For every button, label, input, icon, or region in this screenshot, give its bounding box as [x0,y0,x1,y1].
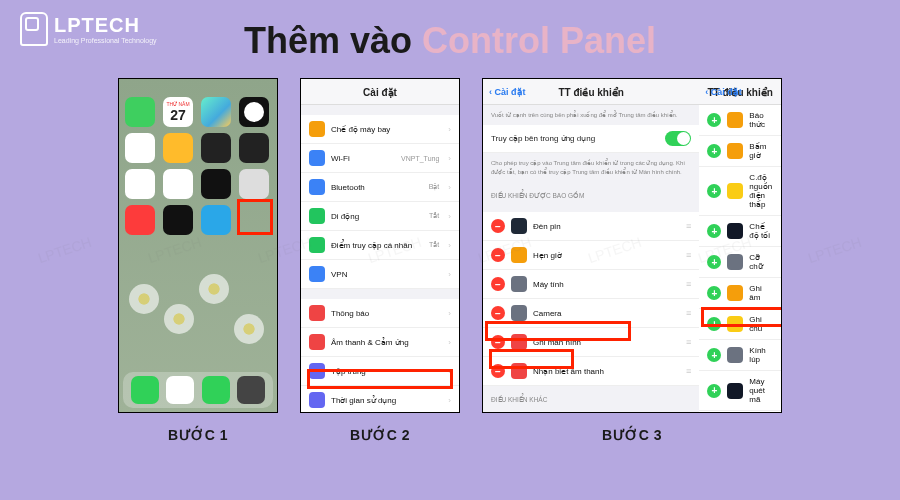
step1-label: BƯỚC 1 [168,427,228,443]
back-button-r[interactable]: ‹ Cài đặt [705,87,742,97]
app-news[interactable] [125,205,155,235]
row-icon [309,392,325,408]
settings-row[interactable]: +Máy quét mã [699,371,781,411]
app-maps[interactable] [201,97,231,127]
row-label: VPN [331,270,442,279]
reorder-icon[interactable]: ≡ [686,308,691,318]
settings-row[interactable]: −Hẹn giờ≡ [483,241,699,270]
step3-label: BƯỚC 3 [602,427,662,443]
row-label: Di động [331,212,423,221]
brand-name: LPTECH [54,14,157,37]
title-part1: Thêm vào [244,20,422,61]
row-label: Thông báo [331,309,442,318]
app-translate[interactable] [239,133,269,163]
app-facetime[interactable] [125,97,155,127]
add-icon[interactable]: + [707,113,721,127]
settings-row[interactable]: BluetoothBật› [301,173,459,202]
settings-row[interactable]: +Ghi âm [699,278,781,309]
settings-row[interactable]: +Kính lúp [699,340,781,371]
add-icon[interactable]: + [707,144,721,158]
app-home[interactable] [125,169,155,199]
remove-icon[interactable]: − [491,219,505,233]
row-icon [309,121,325,137]
row-icon [727,383,743,399]
app-settings[interactable] [239,169,269,199]
row-label: Báo thức [749,111,773,129]
row-label: Hẹn giờ [533,251,680,260]
settings-row[interactable]: Điểm truy cập cá nhânTắt› [301,231,459,260]
settings-row[interactable]: Chế độ máy bay› [301,115,459,144]
logo-icon [20,12,48,46]
settings-row[interactable]: Thông báo› [301,299,459,328]
app-shazam[interactable] [201,205,231,235]
dock-safari[interactable] [166,376,194,404]
reorder-icon[interactable]: ≡ [686,279,691,289]
settings-row[interactable]: −Máy tính≡ [483,270,699,299]
step3-phone: ‹ Cài đặtTT điều khiển Vuốt từ cạnh trên… [482,78,782,413]
cc-intro: Vuốt từ cạnh trên cùng bên phải xuống để… [483,105,699,125]
back-button[interactable]: ‹ Cài đặt [489,87,526,97]
row-icon [309,208,325,224]
app-clock[interactable] [239,97,269,127]
app-stocks[interactable] [201,169,231,199]
row-label: Bấm giờ [749,142,773,160]
row-label: Ghi âm [749,284,773,302]
chevron-right-icon: › [448,183,451,192]
add-icon[interactable]: + [707,255,721,269]
step2-phone: Cài đặt Chế độ máy bay›Wi-FiVNPT_Tung›Bl… [300,78,460,413]
settings-row[interactable]: +Chế độ tối [699,216,781,247]
settings-row[interactable]: +C.độ nguồn điện thấp [699,167,781,216]
add-icon[interactable]: + [707,384,721,398]
settings-row[interactable]: +Bấm giờ [699,136,781,167]
cc-header-left: ‹ Cài đặtTT điều khiển [483,79,699,105]
app-tips[interactable] [163,133,193,163]
cc-in-app-desc: Cho phép truy cập vào Trung tâm điều khi… [483,153,699,182]
app-compass[interactable] [163,205,193,235]
chevron-right-icon: › [448,396,451,405]
row-label: Máy tính [533,280,680,289]
remove-icon[interactable]: − [491,306,505,320]
cc-header-right: ‹ Cài đặtTT điều khiển [699,79,781,105]
app-photos[interactable] [163,169,193,199]
row-icon [727,143,743,159]
app-wallet[interactable] [201,133,231,163]
settings-row[interactable]: Wi-FiVNPT_Tung› [301,144,459,173]
row-icon [309,334,325,350]
settings-row[interactable]: Âm thanh & Cảm ứng› [301,328,459,357]
highlight-settings-icon [237,199,273,235]
dock-camera[interactable] [237,376,265,404]
app-files[interactable] [125,133,155,163]
reorder-icon[interactable]: ≡ [686,221,691,231]
remove-icon[interactable]: − [491,277,505,291]
row-icon [727,183,743,199]
dock-messages[interactable] [202,376,230,404]
settings-row[interactable]: VPN› [301,260,459,289]
title-part2: Control Panel [422,20,656,61]
dock-phone[interactable] [131,376,159,404]
reorder-icon[interactable]: ≡ [686,337,691,347]
in-app-access-toggle[interactable]: Truy cập bên trong ứng dụng [483,125,699,153]
settings-row[interactable]: Thời gian sử dụng› [301,386,459,413]
settings-row[interactable]: +Nghe [699,411,781,413]
settings-row[interactable]: +Cỡ chữ [699,247,781,278]
add-icon[interactable]: + [707,184,721,198]
settings-row[interactable]: +Báo thức [699,105,781,136]
row-icon [727,347,743,363]
row-icon [511,305,527,321]
chevron-right-icon: › [448,270,451,279]
row-label: Điểm truy cập cá nhân [331,241,423,250]
reorder-icon[interactable]: ≡ [686,250,691,260]
settings-row[interactable]: −Đèn pin≡ [483,212,699,241]
wallpaper-flowers [119,244,277,374]
row-label: Chế độ máy bay [331,125,442,134]
add-icon[interactable]: + [707,348,721,362]
row-icon [309,266,325,282]
app-calendar[interactable]: THỨ NĂM27 [163,97,193,127]
remove-icon[interactable]: − [491,248,505,262]
reorder-icon[interactable]: ≡ [686,366,691,376]
add-icon[interactable]: + [707,224,721,238]
settings-row[interactable]: Di độngTắt› [301,202,459,231]
add-icon[interactable]: + [707,286,721,300]
row-label: Máy quét mã [749,377,773,404]
brand-tagline: Leading Professional Technology [54,37,157,44]
